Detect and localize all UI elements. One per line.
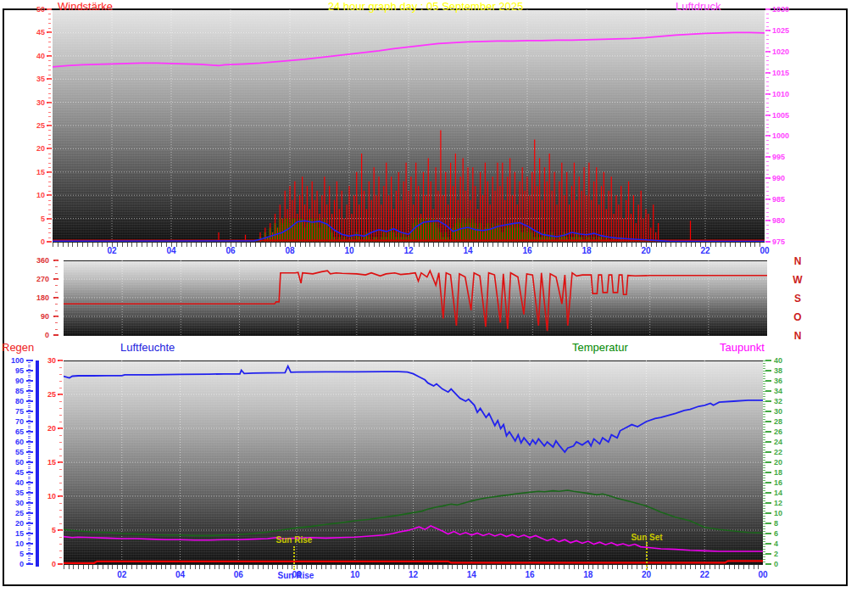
rain-axis-label: 15 [41,458,56,467]
wind-axis-label: 10 [17,191,45,199]
temperature-axis-tick [765,472,771,473]
temperature-axis-tick [765,431,771,433]
temperature-axis-label: 36 [774,377,794,385]
humidity-axis-label: 70 [2,417,24,426]
temperature-axis-label: 14 [774,489,794,497]
temperature-axis-tick [765,523,771,524]
pressure-axis-label: 990 [772,174,798,182]
sunrise-line [293,546,295,570]
temperature-axis-tick [765,380,771,382]
sunrise-marker-label: Sun Rise [264,535,324,545]
compass-letter: O [791,311,804,323]
temperature-axis-label: 28 [774,417,794,426]
direction-axis-minor-ticks [55,260,58,335]
wind-axis-label: 40 [17,52,45,60]
temperature-axis-tick [765,502,771,504]
temperature-axis-tick [765,360,771,361]
wind-axis-label: 0 [17,238,45,246]
temperature-axis-label: 32 [774,397,794,405]
humidity-axis-label: 60 [2,438,24,446]
sunrise-axis-label: Sun Rise [270,571,322,580]
temperature-axis-label: 6 [774,529,794,538]
chart3-xaxis-label: 10 [345,570,365,579]
temperature-label: Temperatur [572,341,628,354]
humidity-axis-label: 30 [2,499,24,507]
temperature-axis-tick [765,400,771,402]
pressure-axis-label: 995 [772,153,798,161]
temperature-axis-tick [765,441,771,443]
compass-letter: W [791,274,804,286]
pressure-axis-label: 1010 [772,90,798,98]
pressure-axis-label: 1030 [772,5,798,14]
temperature-axis-label: 22 [774,448,794,456]
humidity-axis-label: 55 [2,448,24,456]
direction-axis-label: 90 [21,312,49,321]
pressure-axis-label: 1005 [772,111,798,120]
pressure-axis-label: 980 [772,216,798,225]
temperature-axis-tick [765,411,771,412]
humidity-axis-label: 10 [2,539,24,548]
temperature-axis-label: 38 [774,366,794,375]
rain-label: Regen [2,341,34,354]
chart1-xaxis-label: 02 [102,246,122,255]
pressure-axis-label: 975 [772,238,798,246]
temperature-axis-tick [765,492,771,494]
temperature-axis-label: 12 [774,499,794,507]
humidity-label: Luftfeuchte [120,341,175,354]
chart3-xaxis-label: 06 [228,570,248,579]
chart3-xaxis-minor-ticks [64,565,763,569]
chart1-xaxis-label: 10 [339,246,359,255]
temperature-axis-label: 18 [774,468,794,477]
rain-axis-label: 0 [41,560,56,568]
temperature-axis-label: 0 [774,560,794,568]
compass-letter: S [791,293,804,305]
humidity-axis-label: 80 [2,397,24,405]
chart3-xaxis-label: 00 [753,570,773,579]
humidity-axis-label: 100 [2,356,24,365]
temperature-axis-tick [765,553,771,555]
wind-strength-label: Windstärke [58,0,113,13]
temperature-axis-label: 10 [774,509,794,517]
compass-letter: N [791,330,804,342]
temperature-axis-tick [765,512,771,514]
chart1-xaxis-label: 14 [458,246,478,255]
rain-axis-label: 5 [41,526,56,534]
rain-axis-label: 30 [41,356,56,365]
chart3-xaxis-label: 12 [403,570,424,579]
humidity-axis-label: 40 [2,478,24,487]
chart1-xaxis-label: 06 [220,246,241,255]
wind-axis-label: 5 [17,215,45,223]
chart3-xaxis-label: 14 [461,570,481,579]
humidity-axis-label: 25 [2,509,24,517]
humidity-axis-label: 95 [2,366,24,375]
humidity-axis-label: 90 [2,377,24,385]
wind-axis-label: 15 [17,168,45,176]
pressure-axis-label: 985 [772,195,798,204]
humidity-axis-label: 35 [2,489,24,497]
weather-graph-page: Windstärke 24 hour graph day : 05 Septem… [0,0,868,598]
wind-direction-svg [64,260,767,335]
chart1-xaxis-label: 22 [695,246,715,255]
temperature-axis-label: 34 [774,387,794,395]
temperature-axis-tick [765,451,771,453]
wind-axis-label: 35 [17,75,45,83]
temperature-axis-tick [765,461,771,463]
temperature-axis-label: 24 [774,438,794,446]
temperature-axis-label: 20 [774,458,794,467]
temperature-axis-minor-ticks [763,360,765,564]
rain-axis-label: 10 [41,492,56,500]
temperature-axis-tick [765,421,771,422]
wind-axis-minor-ticks [48,9,51,242]
humidity-axis-label: 20 [2,519,24,528]
wind-axis-label: 50 [17,5,45,14]
chart1-xaxis-label: 20 [636,246,656,255]
pressure-axis-minor-ticks [766,9,769,242]
chart3-xaxis-label: 20 [637,570,657,579]
sunset-marker-label: Sun Set [617,533,676,542]
rain-axis-minor-ticks [59,360,62,564]
dewpoint-label: Taupunkt [720,341,765,354]
humidity-axis-label: 65 [2,428,24,436]
temperature-axis-label: 4 [774,539,794,548]
chart3-xaxis-label: 18 [578,570,598,579]
temperature-axis-tick [765,533,771,534]
